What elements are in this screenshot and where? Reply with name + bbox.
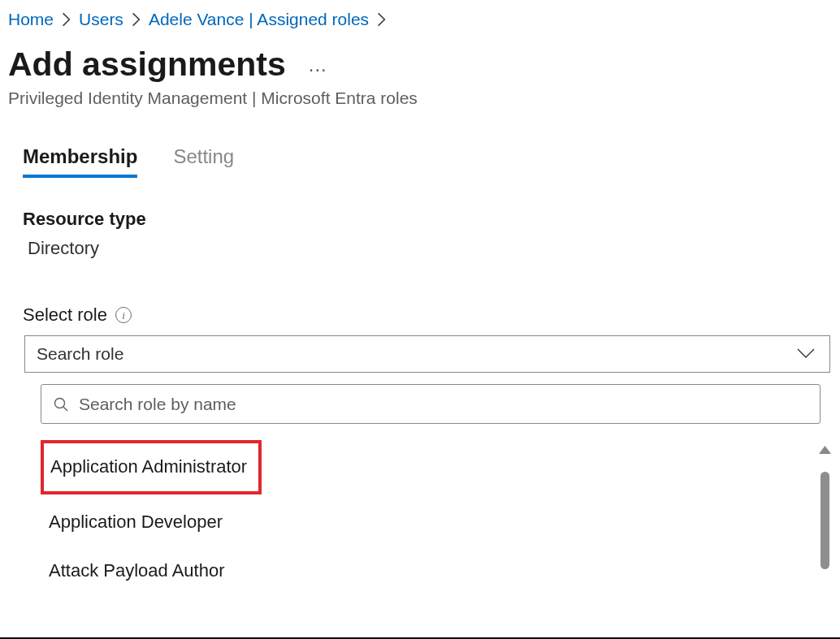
role-option-attack-payload-author[interactable]: Attack Payload Author <box>41 546 814 596</box>
role-select[interactable]: Search role <box>24 335 830 373</box>
breadcrumb-users[interactable]: Users <box>79 10 123 29</box>
chevron-right-icon <box>132 12 141 27</box>
more-actions-icon[interactable]: ··· <box>309 50 327 80</box>
tabs: Membership Setting <box>8 145 832 178</box>
form-section: Resource type Directory Select role i Se… <box>8 209 832 596</box>
svg-line-1 <box>63 407 67 411</box>
scrollbar[interactable] <box>817 440 832 596</box>
title-row: Add assignments ··· <box>8 45 832 84</box>
chevron-right-icon <box>62 12 71 27</box>
role-option-application-developer[interactable]: Application Developer <box>41 498 814 547</box>
select-role-label-row: Select role i <box>23 304 832 326</box>
page-subtitle: Privileged Identity Management | Microso… <box>8 89 832 108</box>
svg-point-0 <box>55 398 65 408</box>
tab-setting[interactable]: Setting <box>173 145 234 178</box>
resource-type-label: Resource type <box>23 209 832 230</box>
search-icon <box>53 396 69 412</box>
role-options-list: Application Administrator Application De… <box>41 440 817 596</box>
role-options-wrap: Application Administrator Application De… <box>41 440 832 596</box>
role-search-input[interactable] <box>79 395 808 414</box>
chevron-right-icon <box>377 12 386 27</box>
info-icon[interactable]: i <box>115 307 132 323</box>
breadcrumb-home[interactable]: Home <box>8 10 54 29</box>
role-select-placeholder: Search role <box>37 344 123 364</box>
select-role-label: Select role <box>23 304 107 326</box>
role-search-box[interactable] <box>41 384 821 424</box>
breadcrumb: Home Users Adele Vance | Assigned roles <box>8 10 832 29</box>
role-option-application-administrator[interactable]: Application Administrator <box>41 440 262 494</box>
role-dropdown-panel: Application Administrator Application De… <box>23 384 832 596</box>
scroll-thumb[interactable] <box>821 472 829 569</box>
resource-type-value: Directory <box>23 238 832 259</box>
chevron-down-icon <box>797 344 815 364</box>
tab-membership[interactable]: Membership <box>23 145 137 178</box>
page-title: Add assignments <box>8 45 286 84</box>
breadcrumb-user-roles[interactable]: Adele Vance | Assigned roles <box>149 10 369 29</box>
scroll-up-icon[interactable] <box>819 443 831 457</box>
